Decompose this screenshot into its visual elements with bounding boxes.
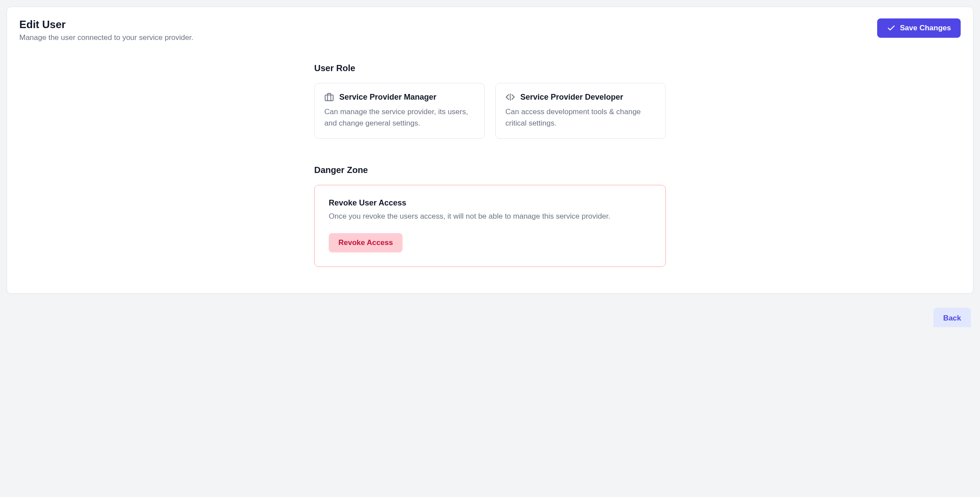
- revoke-access-description: Once you revoke the users access, it wil…: [329, 212, 651, 221]
- briefcase-icon: [324, 92, 334, 102]
- svg-rect-0: [325, 95, 333, 101]
- page-title: Edit User: [19, 18, 193, 31]
- content-area: User Role Service Provider Manager Can m…: [279, 63, 701, 267]
- danger-zone-box: Revoke User Access Once you revoke the u…: [314, 185, 666, 267]
- page-subtitle: Manage the user connected to your servic…: [19, 33, 193, 42]
- role-card-header: Service Provider Developer: [505, 92, 656, 102]
- edit-user-card: Edit User Manage the user connected to y…: [7, 7, 973, 294]
- role-card-developer[interactable]: Service Provider Developer Can access de…: [495, 83, 666, 139]
- role-description-manager: Can manage the service provider, its use…: [324, 106, 475, 129]
- back-button[interactable]: Back: [933, 308, 971, 327]
- save-button-label: Save Changes: [900, 24, 951, 32]
- code-icon: [505, 92, 515, 102]
- revoke-button-label: Revoke Access: [338, 238, 393, 247]
- footer: Back: [7, 308, 973, 327]
- revoke-access-title: Revoke User Access: [329, 198, 651, 208]
- role-title-manager: Service Provider Manager: [339, 93, 436, 102]
- save-changes-button[interactable]: Save Changes: [877, 18, 961, 38]
- role-description-developer: Can access development tools & change cr…: [505, 106, 656, 129]
- danger-zone-heading: Danger Zone: [314, 165, 666, 175]
- title-block: Edit User Manage the user connected to y…: [19, 18, 193, 42]
- back-button-label: Back: [943, 314, 961, 322]
- user-role-heading: User Role: [314, 63, 666, 73]
- role-card-header: Service Provider Manager: [324, 92, 475, 102]
- check-icon: [887, 24, 896, 32]
- role-card-manager[interactable]: Service Provider Manager Can manage the …: [314, 83, 485, 139]
- role-options: Service Provider Manager Can manage the …: [314, 83, 666, 139]
- card-header: Edit User Manage the user connected to y…: [19, 18, 961, 42]
- revoke-access-button[interactable]: Revoke Access: [329, 233, 403, 252]
- role-title-developer: Service Provider Developer: [520, 93, 623, 102]
